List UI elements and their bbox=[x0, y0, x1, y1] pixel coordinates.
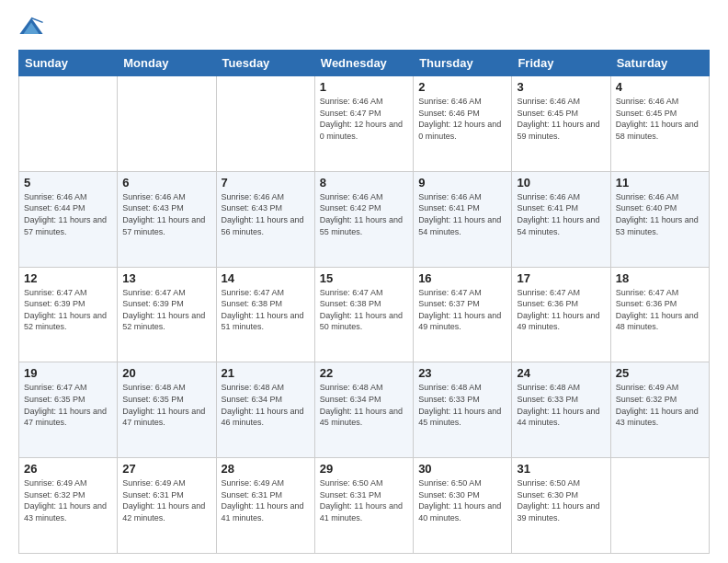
calendar-cell: 21Sunrise: 6:48 AMSunset: 6:34 PMDayligh… bbox=[216, 362, 314, 458]
calendar-cell: 3Sunrise: 6:46 AMSunset: 6:45 PMDaylight… bbox=[512, 76, 610, 172]
day-info: Sunrise: 6:46 AMSunset: 6:41 PMDaylight:… bbox=[418, 191, 506, 237]
day-number: 14 bbox=[222, 271, 310, 285]
header-thursday: Thursday bbox=[414, 51, 512, 76]
calendar-cell: 18Sunrise: 6:47 AMSunset: 6:36 PMDayligh… bbox=[610, 267, 709, 362]
day-number: 15 bbox=[320, 271, 408, 285]
day-info: Sunrise: 6:46 AMSunset: 6:41 PMDaylight:… bbox=[517, 191, 605, 237]
day-info: Sunrise: 6:46 AMSunset: 6:42 PMDaylight:… bbox=[320, 191, 408, 237]
calendar-cell: 12Sunrise: 6:47 AMSunset: 6:39 PMDayligh… bbox=[19, 267, 118, 362]
day-info: Sunrise: 6:47 AMSunset: 6:39 PMDaylight:… bbox=[122, 287, 210, 333]
calendar-cell: 31Sunrise: 6:50 AMSunset: 6:30 PMDayligh… bbox=[512, 458, 610, 554]
day-number: 16 bbox=[418, 271, 506, 285]
day-number: 1 bbox=[320, 80, 408, 94]
day-info: Sunrise: 6:49 AMSunset: 6:31 PMDaylight:… bbox=[122, 477, 210, 523]
calendar-cell: 8Sunrise: 6:46 AMSunset: 6:42 PMDaylight… bbox=[314, 171, 413, 267]
calendar-cell: 22Sunrise: 6:48 AMSunset: 6:34 PMDayligh… bbox=[314, 362, 413, 458]
day-number: 13 bbox=[122, 271, 210, 285]
day-number: 11 bbox=[616, 176, 704, 190]
day-info: Sunrise: 6:47 AMSunset: 6:38 PMDaylight:… bbox=[222, 287, 310, 333]
calendar-cell: 7Sunrise: 6:46 AMSunset: 6:43 PMDaylight… bbox=[216, 171, 314, 267]
day-info: Sunrise: 6:48 AMSunset: 6:34 PMDaylight:… bbox=[222, 382, 310, 428]
day-number: 17 bbox=[517, 271, 605, 285]
calendar-cell: 9Sunrise: 6:46 AMSunset: 6:41 PMDaylight… bbox=[414, 171, 512, 267]
day-info: Sunrise: 6:50 AMSunset: 6:30 PMDaylight:… bbox=[418, 477, 506, 523]
calendar-cell bbox=[118, 76, 216, 172]
day-number: 5 bbox=[24, 176, 112, 190]
day-number: 2 bbox=[418, 80, 506, 94]
day-info: Sunrise: 6:48 AMSunset: 6:34 PMDaylight:… bbox=[320, 382, 408, 428]
calendar-cell: 17Sunrise: 6:47 AMSunset: 6:36 PMDayligh… bbox=[512, 267, 610, 362]
calendar-table: Sunday Monday Tuesday Wednesday Thursday… bbox=[18, 50, 710, 554]
day-number: 9 bbox=[418, 176, 506, 190]
day-info: Sunrise: 6:46 AMSunset: 6:43 PMDaylight:… bbox=[222, 191, 310, 237]
calendar-cell: 30Sunrise: 6:50 AMSunset: 6:30 PMDayligh… bbox=[414, 458, 512, 554]
calendar-cell: 13Sunrise: 6:47 AMSunset: 6:39 PMDayligh… bbox=[118, 267, 216, 362]
day-info: Sunrise: 6:46 AMSunset: 6:44 PMDaylight:… bbox=[24, 191, 112, 237]
day-number: 24 bbox=[517, 366, 605, 380]
calendar-cell: 20Sunrise: 6:48 AMSunset: 6:35 PMDayligh… bbox=[118, 362, 216, 458]
calendar-cell: 1Sunrise: 6:46 AMSunset: 6:47 PMDaylight… bbox=[314, 76, 413, 172]
header-tuesday: Tuesday bbox=[216, 51, 314, 76]
day-info: Sunrise: 6:50 AMSunset: 6:30 PMDaylight:… bbox=[517, 477, 605, 523]
header-friday: Friday bbox=[512, 51, 610, 76]
day-info: Sunrise: 6:46 AMSunset: 6:40 PMDaylight:… bbox=[616, 191, 704, 237]
day-number: 30 bbox=[418, 462, 506, 476]
calendar-cell bbox=[610, 458, 709, 554]
calendar-cell: 11Sunrise: 6:46 AMSunset: 6:40 PMDayligh… bbox=[610, 171, 709, 267]
calendar-cell: 15Sunrise: 6:47 AMSunset: 6:38 PMDayligh… bbox=[314, 267, 413, 362]
calendar-week-row: 5Sunrise: 6:46 AMSunset: 6:44 PMDaylight… bbox=[19, 171, 710, 267]
page: Sunday Monday Tuesday Wednesday Thursday… bbox=[0, 0, 728, 563]
day-info: Sunrise: 6:49 AMSunset: 6:31 PMDaylight:… bbox=[222, 477, 310, 523]
day-info: Sunrise: 6:46 AMSunset: 6:43 PMDaylight:… bbox=[122, 191, 210, 237]
header-wednesday: Wednesday bbox=[314, 51, 413, 76]
day-info: Sunrise: 6:46 AMSunset: 6:45 PMDaylight:… bbox=[616, 96, 704, 142]
day-number: 4 bbox=[616, 80, 704, 94]
day-info: Sunrise: 6:47 AMSunset: 6:37 PMDaylight:… bbox=[418, 287, 506, 333]
calendar-week-row: 1Sunrise: 6:46 AMSunset: 6:47 PMDaylight… bbox=[19, 76, 710, 172]
calendar-cell: 14Sunrise: 6:47 AMSunset: 6:38 PMDayligh… bbox=[216, 267, 314, 362]
top-section bbox=[18, 15, 710, 40]
calendar-cell: 25Sunrise: 6:49 AMSunset: 6:32 PMDayligh… bbox=[610, 362, 709, 458]
calendar-cell: 27Sunrise: 6:49 AMSunset: 6:31 PMDayligh… bbox=[118, 458, 216, 554]
day-number: 6 bbox=[122, 176, 210, 190]
day-info: Sunrise: 6:46 AMSunset: 6:46 PMDaylight:… bbox=[418, 96, 506, 142]
day-number: 8 bbox=[320, 176, 408, 190]
day-number: 3 bbox=[517, 80, 605, 94]
calendar-week-row: 12Sunrise: 6:47 AMSunset: 6:39 PMDayligh… bbox=[19, 267, 710, 362]
calendar-cell: 2Sunrise: 6:46 AMSunset: 6:46 PMDaylight… bbox=[414, 76, 512, 172]
day-info: Sunrise: 6:48 AMSunset: 6:33 PMDaylight:… bbox=[517, 382, 605, 428]
calendar-cell: 5Sunrise: 6:46 AMSunset: 6:44 PMDaylight… bbox=[19, 171, 118, 267]
day-info: Sunrise: 6:47 AMSunset: 6:36 PMDaylight:… bbox=[616, 287, 704, 333]
day-info: Sunrise: 6:47 AMSunset: 6:38 PMDaylight:… bbox=[320, 287, 408, 333]
calendar-cell bbox=[19, 76, 118, 172]
day-number: 22 bbox=[320, 366, 408, 380]
calendar-week-row: 26Sunrise: 6:49 AMSunset: 6:32 PMDayligh… bbox=[19, 458, 710, 554]
day-info: Sunrise: 6:47 AMSunset: 6:39 PMDaylight:… bbox=[24, 287, 112, 333]
day-number: 7 bbox=[222, 176, 310, 190]
day-info: Sunrise: 6:50 AMSunset: 6:31 PMDaylight:… bbox=[320, 477, 408, 523]
day-number: 12 bbox=[24, 271, 112, 285]
calendar-cell: 10Sunrise: 6:46 AMSunset: 6:41 PMDayligh… bbox=[512, 171, 610, 267]
day-number: 23 bbox=[418, 366, 506, 380]
calendar-cell: 29Sunrise: 6:50 AMSunset: 6:31 PMDayligh… bbox=[314, 458, 413, 554]
day-info: Sunrise: 6:47 AMSunset: 6:35 PMDaylight:… bbox=[24, 382, 112, 428]
header-sunday: Sunday bbox=[19, 51, 118, 76]
weekday-header-row: Sunday Monday Tuesday Wednesday Thursday… bbox=[19, 51, 710, 76]
calendar-cell: 23Sunrise: 6:48 AMSunset: 6:33 PMDayligh… bbox=[414, 362, 512, 458]
logo-icon bbox=[18, 15, 44, 40]
day-number: 19 bbox=[24, 366, 112, 380]
calendar-cell: 19Sunrise: 6:47 AMSunset: 6:35 PMDayligh… bbox=[19, 362, 118, 458]
day-number: 29 bbox=[320, 462, 408, 476]
day-info: Sunrise: 6:49 AMSunset: 6:32 PMDaylight:… bbox=[616, 382, 704, 428]
calendar-cell: 6Sunrise: 6:46 AMSunset: 6:43 PMDaylight… bbox=[118, 171, 216, 267]
day-number: 20 bbox=[122, 366, 210, 380]
calendar-cell: 16Sunrise: 6:47 AMSunset: 6:37 PMDayligh… bbox=[414, 267, 512, 362]
day-info: Sunrise: 6:46 AMSunset: 6:45 PMDaylight:… bbox=[517, 96, 605, 142]
logo-area bbox=[18, 15, 48, 40]
day-number: 10 bbox=[517, 176, 605, 190]
day-info: Sunrise: 6:48 AMSunset: 6:33 PMDaylight:… bbox=[418, 382, 506, 428]
calendar-cell: 24Sunrise: 6:48 AMSunset: 6:33 PMDayligh… bbox=[512, 362, 610, 458]
day-number: 18 bbox=[616, 271, 704, 285]
day-number: 26 bbox=[24, 462, 112, 476]
header-saturday: Saturday bbox=[610, 51, 709, 76]
